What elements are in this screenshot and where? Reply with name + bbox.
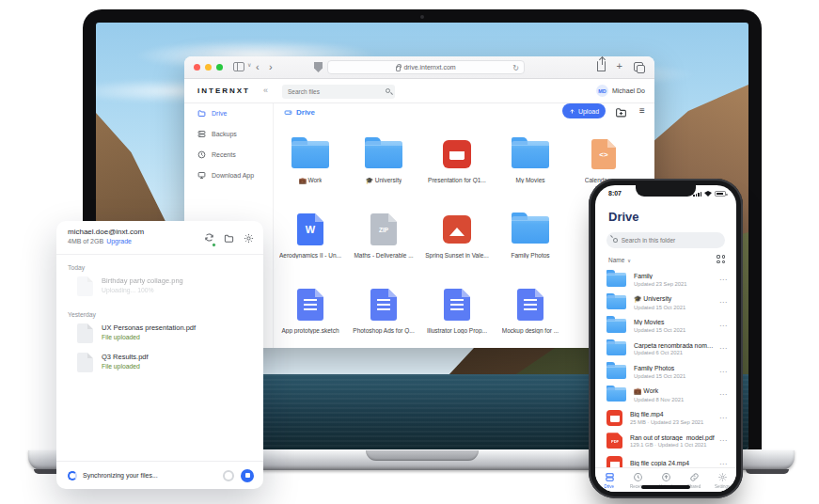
tab-drive[interactable]: Drive <box>595 468 623 492</box>
grid-item[interactable]: Presentation for Q1... <box>420 134 494 184</box>
search-input[interactable] <box>288 85 378 99</box>
sidebar-item-recents[interactable]: Recents <box>197 150 236 159</box>
new-tab-icon[interactable] <box>617 60 622 71</box>
grid-item[interactable]: <>Calendar ex... <box>567 134 640 184</box>
list-item[interactable]: 🎓 UniversityUpdated 15 Oct 2021 <box>595 291 736 315</box>
list-view-toggle-icon[interactable] <box>639 105 645 117</box>
sidebar-item-download-app[interactable]: Download App <box>197 171 254 180</box>
file-name: 🎓 University <box>634 295 716 303</box>
open-folder-icon[interactable] <box>224 233 234 244</box>
gear-icon <box>717 472 728 482</box>
grid-item[interactable]: Illustrator Logo Prop... <box>420 284 494 334</box>
item-name: My Movies <box>515 177 544 183</box>
forward-button[interactable] <box>269 60 273 74</box>
tab-overview-icon[interactable] <box>634 62 643 71</box>
share-icon[interactable] <box>597 61 606 71</box>
back-button[interactable] <box>256 60 260 74</box>
more-options-icon[interactable] <box>719 344 727 353</box>
grid-item[interactable]: 💼 Work <box>274 134 347 184</box>
marketing-composition: drive.internxt.com INTERNXT MD Michael D… <box>0 0 819 504</box>
user-name: Michael Do <box>612 87 645 94</box>
phone-notch <box>636 185 696 197</box>
tab-label: Settings <box>715 483 730 488</box>
gear-icon[interactable] <box>244 233 254 244</box>
sort-selector[interactable]: Name <box>608 257 631 263</box>
item-name: Mockup design for ... <box>502 327 559 334</box>
more-options-icon[interactable] <box>719 276 727 284</box>
list-item[interactable]: My MoviesUpdated 15 Oct 2021 <box>595 314 736 338</box>
list-item[interactable]: FamilyUpdated 23 Sep 2021 <box>595 268 736 291</box>
grid-item[interactable]: My Movies <box>494 134 567 184</box>
laptop-base-notch <box>366 450 479 461</box>
tab-label: Drive <box>605 483 615 488</box>
search-box[interactable] <box>282 85 395 99</box>
list-item[interactable]: 💼 WorkUpdated 8 Nov 2021 <box>595 384 736 407</box>
grid-item[interactable]: Photoshop Ads for Q... <box>347 284 420 334</box>
drive-icon <box>284 108 292 117</box>
pdf-file-icon: PDF <box>606 433 622 449</box>
more-options-icon[interactable] <box>719 390 727 399</box>
breadcrumb[interactable]: Drive <box>284 108 315 117</box>
folder-icon <box>606 341 626 355</box>
zoom-window-button[interactable] <box>216 64 223 71</box>
grid-item[interactable]: Mockup design for ... <box>494 284 567 334</box>
privacy-shield-icon[interactable] <box>314 62 323 72</box>
item-name: Photoshop Ads for Q... <box>353 327 414 334</box>
app-header: INTERNXT MD Michael Do <box>184 79 654 103</box>
item-name: Aerodynamics II - Un... <box>279 252 341 259</box>
more-options-icon[interactable] <box>719 436 727 445</box>
close-window-button[interactable] <box>194 64 200 71</box>
grid-item[interactable]: Family Photos <box>494 209 567 259</box>
list-item[interactable]: Family PhotosUpdated 15 Oct 2021 <box>595 360 736 384</box>
grid-item[interactable]: WAerodynamics II - Un... <box>274 209 347 259</box>
folder-icon <box>512 141 549 168</box>
account-menu[interactable]: MD Michael Do <box>596 85 645 97</box>
file-name: Q3 Results.pdf <box>102 353 149 361</box>
word-file-icon: W <box>297 213 323 245</box>
more-options-icon[interactable] <box>719 414 727 422</box>
file-meta: Updated 23 Sep 2021 <box>634 281 716 287</box>
minimize-window-button[interactable] <box>205 64 212 71</box>
upload-button[interactable]: Upload <box>562 103 606 118</box>
file-name: Family Photos <box>634 365 716 371</box>
search-box[interactable] <box>606 232 725 248</box>
grid-item[interactable]: ZIPMaths - Deliverable ... <box>347 209 420 259</box>
reload-icon[interactable] <box>512 64 519 72</box>
more-options-icon[interactable] <box>719 368 727 376</box>
signal-icon <box>693 192 701 197</box>
list-item[interactable]: PDF Ran out of storage_model.pdf129.1 GB… <box>595 430 736 453</box>
item-name: Maths - Deliverable ... <box>354 252 413 259</box>
sidebar-item-drive[interactable]: Drive <box>197 109 227 118</box>
avatar: MD <box>596 85 608 97</box>
file-meta: Updated 15 Oct 2021 <box>634 373 716 379</box>
search-icon <box>386 88 390 93</box>
sync-status-icon[interactable] <box>204 229 214 246</box>
list-item[interactable]: Carpeta renombrada nombres largosUpdated… <box>595 338 736 361</box>
more-options-icon[interactable] <box>719 322 727 330</box>
url-text: drive.internxt.com <box>403 64 455 71</box>
folder-icon <box>606 273 626 287</box>
doc-file-icon <box>297 289 323 321</box>
grid-item[interactable]: Spring Sunset in Vale... <box>420 209 494 259</box>
tab-settings[interactable]: Settings <box>708 468 736 492</box>
folder-icon <box>291 141 329 168</box>
home-indicator <box>641 485 690 489</box>
sidebar-item-backups[interactable]: Backups <box>197 130 237 138</box>
grid-item[interactable]: App prototype.sketch <box>274 284 347 334</box>
collapse-sidebar-icon[interactable] <box>263 86 268 95</box>
list-item[interactable]: Big file.mp425 MB · Updated 23 Sep 2021 <box>595 406 736 430</box>
file-status: File uploaded <box>102 363 149 370</box>
more-options-icon[interactable] <box>719 298 727 307</box>
pause-sync-button[interactable] <box>223 470 234 481</box>
stop-sync-button[interactable] <box>241 469 254 482</box>
sidebar-toggle-icon[interactable] <box>233 62 244 71</box>
new-folder-button[interactable] <box>615 105 627 122</box>
grid-view-toggle-icon[interactable] <box>717 255 725 263</box>
upgrade-link[interactable]: Upgrade <box>106 238 132 244</box>
folder-icon <box>197 109 206 118</box>
grid-item[interactable]: 🎓 University <box>347 134 420 184</box>
file-icon <box>77 323 93 343</box>
search-input[interactable] <box>622 237 718 244</box>
address-bar[interactable]: drive.internxt.com <box>327 60 525 74</box>
item-name: Presentation for Q1... <box>428 177 486 183</box>
